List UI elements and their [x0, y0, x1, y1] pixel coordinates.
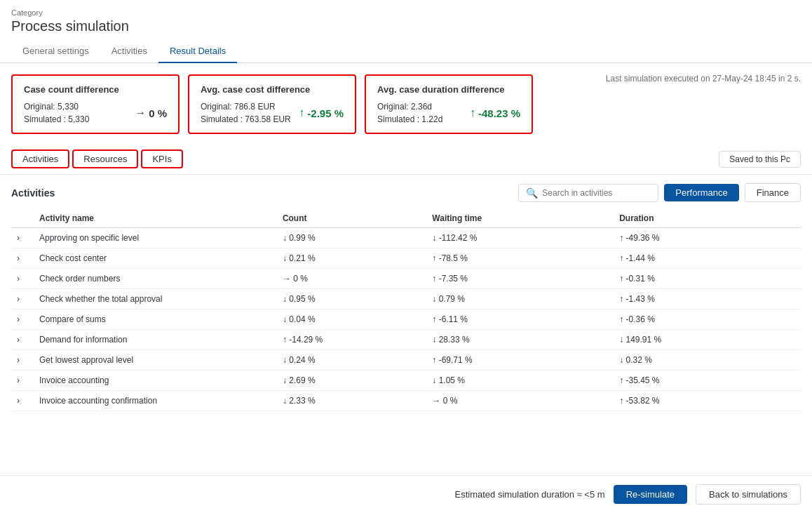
table-header-activity-name: Activity name [34, 209, 277, 228]
activities-table-scroll[interactable]: Activity name Count Waiting time Duratio… [11, 209, 801, 411]
table-header-count: Count [277, 209, 426, 228]
row-dur-7: ↑ -35.45 % [614, 371, 801, 391]
row-expand-4[interactable]: › [11, 309, 34, 330]
row-expand-2[interactable]: › [11, 269, 34, 289]
row-count-6: ↓ 0.24 % [277, 350, 426, 371]
row-wait-8: → 0 % [426, 391, 614, 411]
row-dur-3: ↑ -1.43 % [614, 289, 801, 309]
arrow-up-icon: ↑ [299, 107, 304, 119]
table-row: › Get lowest approval level ↓ 0.24 % ↑ -… [11, 350, 801, 371]
row-wait-2: ↑ -7.35 % [426, 269, 614, 289]
row-expand-3[interactable]: › [11, 289, 34, 309]
row-expand-5[interactable]: › [11, 330, 34, 350]
kpi-case-count-simulated: Simulated : 5,330 [24, 114, 89, 124]
kpi-avg-cost-original: Original: 786.8 EUR [201, 102, 291, 112]
table-row: › Check whether the total approval ↓ 0.9… [11, 289, 801, 309]
row-dur-4: ↑ -0.36 % [614, 309, 801, 330]
search-input[interactable] [542, 188, 651, 198]
row-name-4: Compare of sums [34, 309, 277, 330]
table-row: › Check order numbers → 0 % ↑ -7.35 % ↑ … [11, 269, 801, 289]
performance-button[interactable]: Performance [664, 184, 738, 201]
activities-section-title: Activities [11, 187, 55, 199]
tab-general-settings[interactable]: General settings [11, 40, 100, 63]
row-dur-8: ↑ -53.82 % [614, 391, 801, 411]
kpi-avg-cost-diff: ↑ -2.95 % [299, 107, 344, 119]
kpi-avg-duration-diff: ↑ -48.23 % [470, 107, 520, 119]
row-count-3: ↓ 0.95 % [277, 289, 426, 309]
footer-estimated-duration: Estimated simulation duration ≈ <5 m [454, 489, 604, 500]
row-name-7: Invoice accounting [34, 371, 277, 391]
row-count-0: ↓ 0.99 % [277, 228, 426, 248]
kpi-card-avg-cost: Avg. case cost difference Original: 786.… [188, 74, 356, 134]
sub-tabs: Activities Resources KPIs [11, 149, 183, 168]
activities-header: Activities 🔍 Performance Finance [11, 183, 801, 202]
tab-activities[interactable]: Activities [100, 40, 158, 63]
row-dur-1: ↑ -1.44 % [614, 248, 801, 269]
table-row: › Check cost center ↓ 0.21 % ↑ -78.5 % ↑… [11, 248, 801, 269]
row-name-0: Approving on specific level [34, 228, 277, 248]
row-dur-5: ↓ 149.91 % [614, 330, 801, 350]
activities-table: Activity name Count Waiting time Duratio… [11, 209, 801, 411]
row-wait-3: ↓ 0.79 % [426, 289, 614, 309]
tab-result-details[interactable]: Result Details [158, 40, 237, 63]
kpi-avg-cost-simulated: Simulated : 763.58 EUR [201, 114, 291, 124]
row-count-5: ↑ -14.29 % [277, 330, 426, 350]
row-count-8: ↓ 2.33 % [277, 391, 426, 411]
search-icon: 🔍 [526, 187, 538, 199]
row-dur-6: ↓ 0.32 % [614, 350, 801, 371]
table-row: › Invoice accounting ↓ 2.69 % ↓ 1.05 % ↑… [11, 371, 801, 391]
row-dur-2: ↑ -0.31 % [614, 269, 801, 289]
sub-tabs-row: Activities Resources KPIs Saved to this … [0, 142, 812, 175]
row-count-1: ↓ 0.21 % [277, 248, 426, 269]
category-label: Category [11, 8, 129, 17]
main-tabs: General settings Activities Result Detai… [0, 40, 812, 63]
row-expand-7[interactable]: › [11, 371, 34, 391]
arrow-up-icon-2: ↑ [470, 107, 475, 119]
row-name-6: Get lowest approval level [34, 350, 277, 371]
table-row: › Invoice accounting confirmation ↓ 2.33… [11, 391, 801, 411]
kpi-card-case-count: Case count difference Original: 5,330 Si… [11, 74, 180, 134]
table-row: › Approving on specific level ↓ 0.99 % ↓… [11, 228, 801, 248]
row-name-1: Check cost center [34, 248, 277, 269]
row-wait-7: ↓ 1.05 % [426, 371, 614, 391]
row-expand-1[interactable]: › [11, 248, 34, 269]
row-wait-0: ↓ -112.42 % [426, 228, 614, 248]
kpi-case-count-diff: → 0 % [135, 107, 167, 119]
search-box[interactable]: 🔍 [518, 184, 658, 202]
row-count-4: ↓ 0.04 % [277, 309, 426, 330]
back-to-simulations-button[interactable]: Back to simulations [696, 484, 801, 505]
row-count-2: → 0 % [277, 269, 426, 289]
table-header-duration: Duration [614, 209, 801, 228]
sub-tab-activities[interactable]: Activities [11, 149, 69, 168]
kpi-avg-duration-title: Avg. case duration difference [377, 84, 520, 95]
row-name-5: Demand for information [34, 330, 277, 350]
kpi-avg-cost-title: Avg. case cost difference [201, 84, 344, 95]
kpi-case-count-title: Case count difference [24, 84, 167, 95]
row-expand-6[interactable]: › [11, 350, 34, 371]
table-header-expand [11, 209, 34, 228]
row-count-7: ↓ 2.69 % [277, 371, 426, 391]
table-row: › Demand for information ↑ -14.29 % ↓ 28… [11, 330, 801, 350]
row-name-3: Check whether the total approval [34, 289, 277, 309]
kpi-card-avg-duration: Avg. case duration difference Original: … [365, 74, 533, 134]
sub-tab-resources[interactable]: Resources [72, 149, 138, 168]
row-expand-0[interactable]: › [11, 228, 34, 248]
re-simulate-button[interactable]: Re-simulate [614, 485, 687, 504]
row-dur-0: ↑ -49.36 % [614, 228, 801, 248]
page-title: Process simulation [11, 18, 129, 34]
sub-tab-kpis[interactable]: KPIs [141, 149, 182, 168]
save-to-pc-button[interactable]: Saved to this Pc [719, 151, 801, 168]
kpi-avg-duration-simulated: Simulated : 1.22d [377, 114, 442, 124]
row-name-8: Invoice accounting confirmation [34, 391, 277, 411]
table-row: › Compare of sums ↓ 0.04 % ↑ -6.11 % ↑ -… [11, 309, 801, 330]
table-header-waiting-time: Waiting time [426, 209, 614, 228]
kpi-case-count-original: Original: 5,330 [24, 102, 89, 112]
footer: Estimated simulation duration ≈ <5 m Re-… [0, 475, 812, 513]
row-wait-1: ↑ -78.5 % [426, 248, 614, 269]
finance-button[interactable]: Finance [745, 183, 801, 202]
activities-area: Activities 🔍 Performance Finance Activit… [0, 175, 812, 475]
kpi-avg-duration-original: Original: 2.36d [377, 102, 442, 112]
row-expand-8[interactable]: › [11, 391, 34, 411]
activities-controls: 🔍 Performance Finance [518, 183, 801, 202]
arrow-neutral-icon: → [135, 107, 146, 119]
